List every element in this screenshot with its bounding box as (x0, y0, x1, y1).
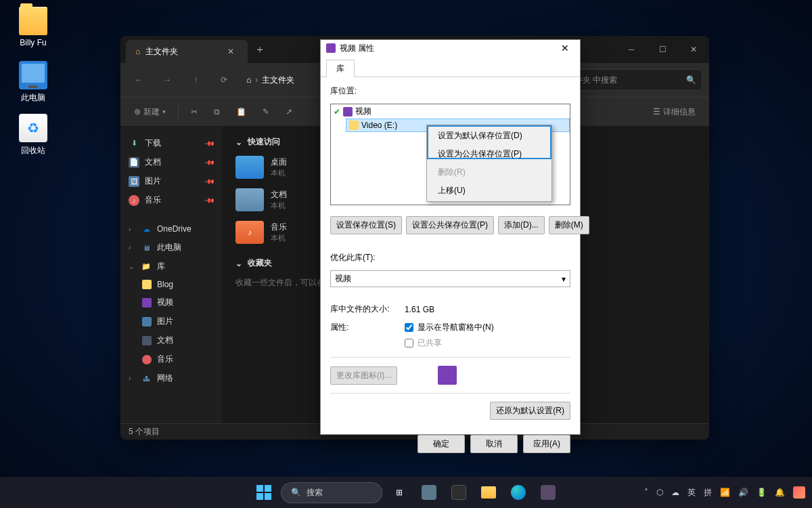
plus-icon: ⊕ (134, 107, 141, 117)
desktop-icon-recyclebin[interactable]: ♻ 回收站 (9, 114, 57, 156)
set-save-location-button[interactable]: 设置保存位置(S) (330, 216, 402, 234)
sidebar-item-blog[interactable]: Blog (138, 276, 218, 293)
rename-button[interactable]: ✎ (256, 103, 276, 121)
apply-button[interactable]: 应用(A) (523, 435, 570, 453)
share-button[interactable]: ↗ (279, 103, 299, 121)
close-button[interactable]: ✕ (556, 40, 574, 56)
attrs-row: 属性: 显示在导航窗格中(N) 已共享 (330, 322, 570, 349)
copy-icon: ⧉ (214, 107, 220, 117)
restore-defaults-button[interactable]: 还原为默认设置(R) (490, 402, 570, 420)
taskbar-app[interactable] (416, 480, 442, 505)
cut-icon: ✂ (191, 107, 198, 117)
close-button[interactable]: ✕ (678, 37, 709, 62)
shared-checkbox[interactable]: 已共享 (405, 337, 494, 349)
paste-button[interactable]: 📋 (229, 103, 253, 121)
taskbar-center: 🔍 搜索 ⊞ (251, 480, 561, 505)
show-in-nav-checkbox[interactable]: 显示在导航窗格中(N) (405, 322, 494, 333)
dialog-footer: 确定 取消 应用(A) (321, 428, 580, 460)
ctx-move-up[interactable]: 上移(U) (428, 182, 550, 200)
notifications-icon[interactable]: 🔔 (775, 488, 785, 497)
video-icon (326, 43, 336, 53)
set-public-save-location-button[interactable]: 设置公共保存位置(P) (406, 216, 494, 234)
battery-icon[interactable]: 🔋 (757, 488, 767, 497)
volume-icon[interactable]: 🔊 (738, 488, 748, 497)
cancel-button[interactable]: 取消 (470, 435, 518, 453)
desktop-icon-user[interactable]: Billy Fu (9, 7, 57, 47)
details-button[interactable]: ☰ 详细信息 (646, 102, 702, 122)
ctx-set-public-save[interactable]: 设置为公共保存位置(P) (428, 145, 550, 163)
start-button[interactable] (251, 480, 277, 505)
maximize-button[interactable]: ☐ (647, 37, 678, 62)
attrs-label: 属性: (330, 322, 391, 333)
breadcrumb[interactable]: ⌂ › 主文件夹 (241, 75, 300, 86)
taskbar-edge[interactable] (505, 480, 531, 505)
minimize-button[interactable]: ─ (616, 37, 647, 62)
search-icon: 🔍 (291, 488, 301, 497)
folder-icon (481, 486, 496, 499)
taskbar-app[interactable] (535, 480, 561, 505)
video-icon (142, 298, 152, 308)
item-count: 5 个项目 (129, 426, 160, 438)
tab-library[interactable]: 库 (326, 60, 355, 77)
copy-button[interactable]: ⧉ (207, 103, 227, 121)
ctx-set-default-save[interactable]: 设置为默认保存位置(D) (428, 127, 550, 145)
sidebar-item-onedrive[interactable]: ›☁OneDrive (125, 220, 218, 238)
cut-button[interactable]: ✂ (184, 103, 204, 121)
ime-indicator[interactable]: 英 (687, 487, 696, 499)
sidebar-item-libraries[interactable]: ⌄📁库 (125, 257, 218, 276)
search-input[interactable]: 文件夹 中搜索 🔍 (560, 69, 702, 91)
sidebar-item-pictures[interactable]: 🖼图片📌 (125, 172, 218, 190)
network-icon: 🖧 (141, 373, 152, 384)
sidebar-item-downloads[interactable]: ⬇下载📌 (125, 134, 218, 152)
taskview-icon: ⊞ (396, 488, 403, 497)
task-view-button[interactable]: ⊞ (386, 480, 412, 505)
sidebar: ⬇下载📌 📄文档📌 🖼图片📌 ♪音乐📌 ›☁OneDrive ›🖥此电脑 ⌄📁库… (120, 127, 222, 423)
onedrive-icon[interactable]: ☁ (671, 488, 679, 497)
tray-chevron-up-icon[interactable]: ˄ (644, 488, 648, 497)
sidebar-item-thispc[interactable]: ›🖥此电脑 (125, 238, 218, 257)
optimize-select[interactable]: 视频 ▾ (330, 270, 570, 287)
optimize-row: 优化此库(T): (330, 252, 570, 263)
back-button[interactable]: ← (127, 68, 150, 91)
share-icon: ↗ (286, 107, 292, 117)
sidebar-item-pictures-lib[interactable]: 图片 (138, 312, 218, 331)
wifi-icon[interactable]: 📶 (720, 488, 730, 497)
refresh-button[interactable]: ⟳ (212, 68, 235, 91)
folder-icon (142, 280, 152, 289)
dialog-title: 视频 属性 (340, 43, 374, 54)
tab-home[interactable]: ⌂ 主文件夹 ✕ (126, 40, 248, 63)
ctx-remove[interactable]: 删除(R) (428, 163, 550, 182)
ime-indicator[interactable]: 拼 (704, 487, 712, 499)
recycle-bin-icon: ♻ (19, 114, 47, 142)
taskbar-search[interactable]: 🔍 搜索 (281, 482, 382, 503)
window-controls: ─ ☐ ✕ (616, 37, 709, 62)
sidebar-item-documents-lib[interactable]: 文档 (138, 331, 218, 350)
remove-button[interactable]: 删除(M) (549, 216, 589, 234)
desktop-icon-thispc[interactable]: 此电脑 (9, 61, 57, 104)
taskbar-app[interactable] (446, 480, 472, 505)
tab-strip: 库 (321, 56, 580, 77)
tray-app-icon[interactable] (793, 486, 805, 499)
forward-button[interactable]: → (156, 68, 179, 91)
sidebar-item-video[interactable]: 视频 (138, 293, 218, 312)
tab-close-button[interactable]: ✕ (223, 45, 238, 58)
location-row[interactable]: ✔ 视频 (331, 104, 570, 119)
svg-rect-3 (265, 493, 271, 500)
sidebar-item-music[interactable]: ♪音乐📌 (125, 191, 218, 209)
app-icon (451, 485, 466, 500)
new-button[interactable]: ⊕ 新建 ▾ (127, 102, 173, 122)
add-button[interactable]: 添加(D)... (498, 216, 545, 234)
music-icon (142, 355, 152, 364)
sidebar-item-music-lib[interactable]: 音乐 (138, 350, 218, 368)
taskbar-explorer[interactable] (476, 480, 501, 505)
document-icon (142, 336, 152, 345)
ok-button[interactable]: 确定 (418, 435, 465, 453)
chevron-right-icon: › (255, 75, 258, 85)
new-tab-button[interactable]: ＋ (254, 43, 265, 57)
sidebar-item-documents[interactable]: 📄文档📌 (125, 153, 218, 171)
tray-icon[interactable]: ⬡ (656, 488, 663, 497)
app-icon (541, 485, 556, 500)
sidebar-item-network[interactable]: ›🖧网络 (125, 369, 218, 387)
up-button[interactable]: ↑ (184, 68, 207, 91)
change-icon-button[interactable]: 更改库图标(I)... (330, 366, 397, 385)
